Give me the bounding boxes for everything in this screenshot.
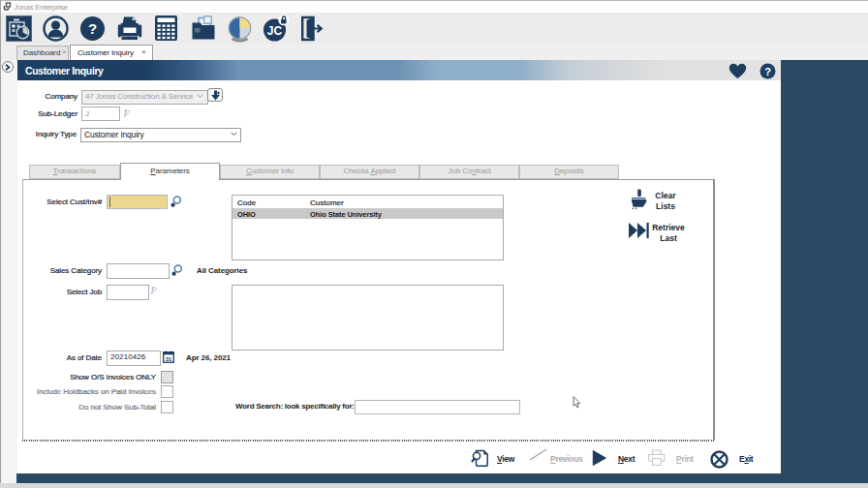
svg-text:31: 31: [166, 356, 172, 362]
svg-text:?: ?: [88, 20, 97, 37]
svg-text:?: ?: [764, 65, 771, 76]
svg-text:JC: JC: [267, 24, 283, 38]
